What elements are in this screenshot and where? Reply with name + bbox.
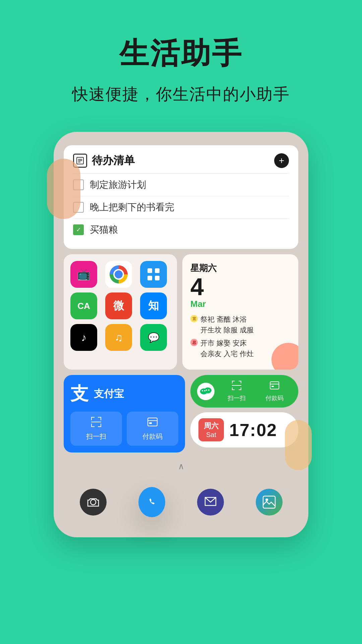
app-icon-chrome[interactable] — [105, 261, 132, 288]
todo-text-1: 制定旅游计划 — [90, 178, 146, 191]
todo-header: 待办清单 + — [73, 153, 289, 168]
app-icon-weibo[interactable]: 微 — [105, 292, 132, 319]
svg-rect-16 — [91, 422, 101, 422]
wechat-scan-icon — [232, 380, 242, 393]
app-icon-zhihu[interactable]: 知 — [140, 292, 167, 319]
wechat-actions: 扫一扫 — [219, 380, 292, 402]
wechat-pay-label: 付款码 — [265, 394, 284, 402]
wechat-pay-button[interactable]: 付款码 — [257, 380, 292, 402]
phone-wrapper: 待办清单 + 制定旅游计划 晚上把剩下的书看完 ✓ 买猫粮 — [0, 125, 362, 537]
alipay-pay-label: 付款码 — [142, 432, 163, 441]
app-icon-ca[interactable]: CA — [70, 292, 97, 319]
alipay-scan-label: 扫一扫 — [86, 432, 106, 441]
clock-widget: 周六 Sat 17:02 — [190, 412, 298, 447]
calendar-day-label: 星期六 — [190, 262, 290, 274]
cal-good-badge: 宜 — [190, 315, 198, 322]
alipay-scan-button[interactable]: 扫一扫 — [70, 412, 122, 446]
clock-day-badge: 周六 Sat — [198, 418, 224, 441]
cal-good-text: 祭祀 斋醮 沐浴开生坟 除服 成服 — [200, 314, 254, 335]
svg-rect-34 — [232, 385, 241, 386]
app-icon-music[interactable]: ♫ — [105, 324, 132, 351]
todo-checkbox-3[interactable]: ✓ — [73, 224, 84, 235]
svg-rect-37 — [272, 386, 274, 387]
svg-rect-6 — [147, 276, 152, 280]
svg-rect-27 — [232, 381, 233, 383]
cal-bad-text: 开市 嫁娶 安床会亲友 入宅 作灶 — [200, 338, 254, 359]
app-icon-bilibili[interactable]: 📺 — [70, 261, 97, 288]
cal-good-row: 宜 祭祀 斋醮 沐浴开生坟 除服 成服 — [190, 314, 290, 335]
wechat-pay-icon — [269, 380, 280, 393]
middle-row: 📺 — [64, 254, 298, 370]
svg-rect-7 — [155, 276, 160, 280]
todo-item-2[interactable]: 晚上把剩下的书看完 — [73, 196, 289, 218]
alipay-actions: 扫一扫 付款码 — [70, 412, 178, 446]
svg-rect-33 — [241, 387, 241, 390]
todo-add-button[interactable]: + — [274, 153, 289, 168]
nav-phone-button[interactable] — [138, 487, 165, 517]
alipay-pay-button[interactable]: 付款码 — [127, 412, 178, 446]
clock-day-chinese: 周六 — [204, 421, 219, 431]
clock-day-english: Sat — [204, 431, 219, 439]
nav-message-button[interactable] — [197, 489, 224, 516]
wechat-logo — [197, 383, 215, 400]
app-icon-tiktok[interactable]: ♪ — [70, 324, 97, 351]
app-icon-hub[interactable] — [140, 261, 167, 288]
svg-point-40 — [265, 498, 268, 501]
deco-shape-bottomright — [285, 420, 312, 470]
alipay-logo: 支 — [70, 382, 88, 406]
calendar-widget: 星期六 4 Mar 宜 祭祀 斋醮 沐浴开生坟 除服 成服 忌 — [182, 254, 298, 370]
svg-point-25 — [208, 389, 209, 391]
todo-item-1[interactable]: 制定旅游计划 — [73, 173, 289, 196]
cal-bad-badge: 忌 — [190, 339, 198, 346]
swipe-indicator: ∧ — [64, 458, 298, 475]
alipay-name: 支付宝 — [94, 387, 124, 401]
svg-rect-19 — [149, 422, 152, 424]
svg-rect-9 — [91, 417, 92, 420]
todo-item-3[interactable]: ✓ 买猫粮 — [73, 218, 289, 241]
calendar-date: 4 — [190, 275, 204, 299]
wechat-bar: 扫一扫 — [190, 375, 298, 408]
alipay-pay-icon — [147, 416, 158, 430]
todo-widget: 待办清单 + 制定旅游计划 晚上把剩下的书看完 ✓ 买猫粮 — [64, 145, 298, 249]
wechat-scan-button[interactable]: 扫一扫 — [219, 380, 254, 402]
svg-rect-15 — [101, 424, 101, 427]
todo-header-left: 待办清单 — [73, 153, 135, 168]
app-grid-widget: 📺 — [64, 254, 177, 370]
svg-rect-13 — [91, 424, 92, 427]
svg-point-22 — [202, 390, 203, 391]
page-title: 生活助手 — [0, 34, 362, 73]
header-section: 生活助手 快速便捷，你生活中的小助手 — [0, 0, 362, 125]
nav-gallery-button[interactable] — [256, 489, 283, 516]
phone-mockup: 待办清单 + 制定旅游计划 晚上把剩下的书看完 ✓ 买猫粮 — [54, 132, 308, 537]
svg-rect-39 — [263, 496, 275, 508]
alipay-widget: 支 支付宝 — [64, 375, 185, 452]
svg-rect-5 — [155, 268, 160, 273]
todo-text-3: 买猫粮 — [90, 223, 118, 236]
page-background: 生活助手 快速便捷，你生活中的小助手 — [0, 0, 362, 537]
phone-content: 待办清单 + 制定旅游计划 晚上把剩下的书看完 ✓ 买猫粮 — [64, 145, 298, 521]
bottom-nav — [64, 480, 298, 521]
clock-time: 17:02 — [229, 420, 277, 440]
app-icon-wechat[interactable]: 💬 — [140, 324, 167, 351]
svg-point-23 — [204, 390, 205, 391]
deco-shape-topleft — [47, 159, 80, 219]
todo-text-2: 晚上把剩下的书看完 — [90, 201, 174, 214]
alipay-header: 支 支付宝 — [70, 382, 178, 406]
calendar-month: Mar — [190, 299, 290, 309]
svg-rect-4 — [147, 268, 152, 273]
svg-rect-35 — [270, 382, 279, 389]
wechat-scan-label: 扫一扫 — [228, 394, 246, 402]
svg-rect-31 — [232, 387, 233, 390]
svg-point-24 — [206, 389, 207, 391]
nav-camera-button[interactable] — [80, 489, 107, 516]
bottom-row: 支 支付宝 — [64, 375, 298, 452]
svg-rect-17 — [148, 418, 157, 426]
svg-rect-11 — [101, 417, 101, 420]
page-subtitle: 快速便捷，你生活中的小助手 — [0, 84, 362, 105]
alipay-scan-icon — [90, 416, 102, 430]
svg-rect-29 — [241, 381, 241, 383]
todo-title: 待办清单 — [92, 153, 135, 168]
app-grid: 📺 — [70, 261, 170, 351]
wechat-mini-column: 扫一扫 — [190, 375, 298, 452]
svg-point-38 — [90, 499, 96, 505]
